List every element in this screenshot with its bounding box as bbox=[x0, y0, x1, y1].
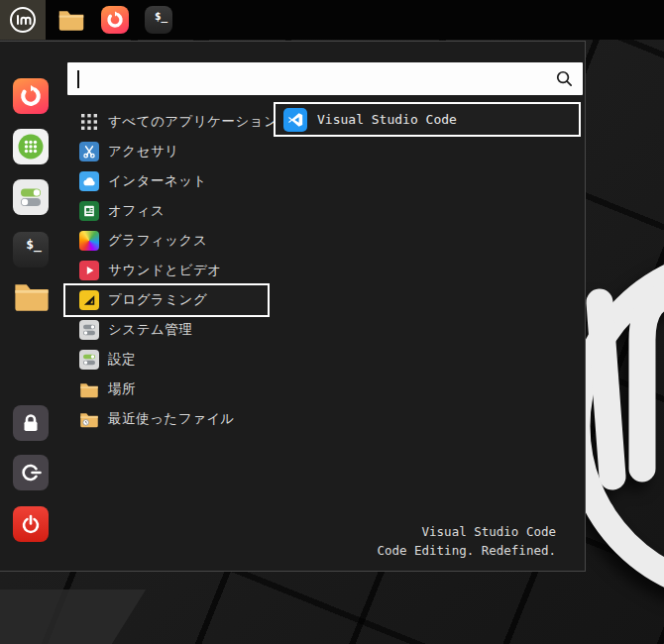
toggles-icon bbox=[79, 350, 99, 370]
sidebar-item-system-settings[interactable] bbox=[13, 179, 51, 217]
category-list: すべてのアプリケーション アクセサリ インターネット bbox=[65, 107, 268, 434]
category-all-applications[interactable]: すべてのアプリケーション bbox=[65, 107, 268, 137]
vscode-icon bbox=[283, 108, 307, 132]
terminal-icon: $_ bbox=[26, 238, 42, 251]
browser-swirl-icon bbox=[18, 83, 44, 109]
document-icon bbox=[79, 201, 99, 221]
selected-app-name: Visual Studio Code bbox=[377, 522, 556, 541]
category-programming[interactable]: プログラミング bbox=[65, 285, 268, 315]
folder-icon bbox=[13, 280, 51, 312]
category-label: 設定 bbox=[108, 351, 136, 369]
search-icon bbox=[555, 69, 574, 88]
top-panel: $_ bbox=[0, 0, 664, 40]
category-label: システム管理 bbox=[108, 321, 192, 339]
category-preferences[interactable]: 設定 bbox=[65, 345, 268, 375]
dots-grid-circle-icon bbox=[16, 132, 46, 161]
search-bar[interactable] bbox=[67, 62, 583, 95]
category-label: オフィス bbox=[108, 202, 165, 220]
category-label: サウンドとビデオ bbox=[108, 262, 222, 279]
menu-button[interactable] bbox=[0, 0, 46, 40]
padlock-icon bbox=[19, 411, 43, 435]
category-label: アクセサリ bbox=[108, 143, 179, 161]
category-recent-files[interactable]: 最近使ったファイル bbox=[65, 404, 268, 434]
search-input[interactable] bbox=[79, 71, 555, 86]
sidebar-item-logout[interactable] bbox=[13, 455, 51, 492]
terminal-icon: $_ bbox=[155, 11, 167, 22]
sidebar-item-software-manager[interactable] bbox=[13, 129, 51, 166]
sidebar-item-shutdown[interactable] bbox=[13, 506, 51, 544]
selected-app-tagline: Code Editing. Redefined. bbox=[377, 541, 556, 560]
app-label: Visual Studio Code bbox=[317, 112, 457, 127]
sidebar-item-web-browser[interactable] bbox=[13, 78, 51, 116]
category-label: 最近使ったファイル bbox=[108, 410, 235, 428]
rainbow-icon bbox=[79, 231, 99, 251]
category-accessories[interactable]: アクセサリ bbox=[65, 137, 268, 166]
mint-logo-icon bbox=[9, 6, 37, 34]
category-administration[interactable]: システム管理 bbox=[65, 315, 268, 345]
category-label: プログラミング bbox=[108, 291, 207, 309]
set-square-icon bbox=[79, 290, 99, 310]
category-label: インターネット bbox=[108, 172, 207, 190]
category-label: 場所 bbox=[108, 380, 136, 398]
scissors-icon bbox=[79, 142, 99, 161]
app-item-visual-studio-code[interactable]: Visual Studio Code bbox=[276, 104, 579, 135]
sidebar-item-lock-screen[interactable] bbox=[13, 405, 51, 443]
play-icon bbox=[79, 261, 99, 280]
cloud-icon bbox=[79, 171, 99, 191]
browser-swirl-icon bbox=[105, 10, 125, 30]
toggles-icon bbox=[18, 184, 44, 210]
power-icon bbox=[19, 512, 43, 536]
grid-icon bbox=[79, 112, 99, 132]
category-internet[interactable]: インターネット bbox=[65, 166, 268, 196]
folder-clock-icon bbox=[79, 409, 99, 429]
files-launcher[interactable] bbox=[57, 6, 85, 34]
category-sound-video[interactable]: サウンドとビデオ bbox=[65, 256, 268, 285]
category-office[interactable]: オフィス bbox=[65, 196, 268, 226]
web-browser-launcher[interactable] bbox=[101, 6, 129, 34]
category-label: すべてのアプリケーション bbox=[108, 113, 277, 131]
category-places[interactable]: 場所 bbox=[65, 375, 268, 404]
applications-menu: $_ bbox=[0, 41, 586, 572]
logout-icon bbox=[19, 461, 43, 484]
category-graphics[interactable]: グラフィックス bbox=[65, 226, 268, 256]
folder-icon bbox=[57, 8, 85, 32]
sidebar-item-files[interactable] bbox=[13, 280, 51, 318]
category-label: グラフィックス bbox=[108, 232, 207, 250]
toggles-grey-icon bbox=[79, 320, 99, 340]
terminal-launcher[interactable]: $_ bbox=[145, 6, 172, 34]
sidebar-item-terminal[interactable]: $_ bbox=[13, 232, 51, 269]
selected-app-info: Visual Studio Code Code Editing. Redefin… bbox=[377, 522, 556, 560]
folder-icon bbox=[79, 379, 99, 399]
